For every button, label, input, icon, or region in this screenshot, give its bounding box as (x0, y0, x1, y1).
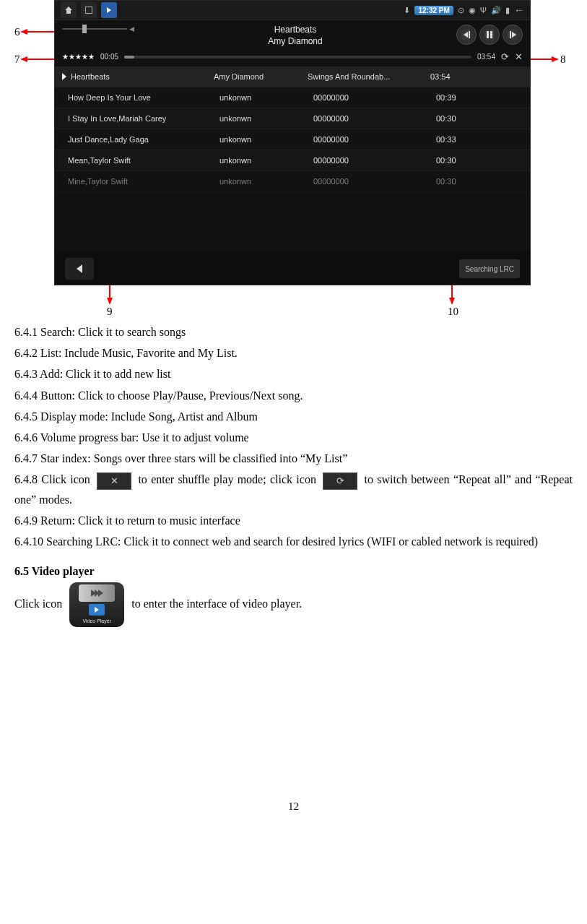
cell-album: 00000000 (313, 156, 436, 165)
cell-artist: unkonwn (219, 114, 313, 123)
svg-marker-3 (20, 56, 27, 62)
cell-artist: unkonwn (219, 93, 313, 102)
status-bar: ⬇ 12:32 PM ⊙ ◉ Ψ 🔊 ▮ ← (55, 1, 530, 20)
text: to enter the interface of video player. (131, 597, 302, 610)
svg-marker-7 (107, 298, 113, 305)
usb-icon: Ψ (480, 6, 487, 14)
cell-title: Heartbeats (71, 72, 110, 81)
cell-album: 00000000 (313, 177, 436, 186)
download-icon: ⬇ (404, 6, 410, 15)
anno-8: 8 (560, 53, 566, 66)
table-row[interactable]: Just Dance,Lady Gaga unkonwn 00000000 00… (55, 129, 530, 150)
prev-button[interactable] (456, 25, 477, 45)
svg-marker-1 (20, 29, 27, 35)
doc-line: 6.4.2 List: Include Music, Favorite and … (14, 343, 573, 363)
doc-line: 6.4.1 Search: Click it to search songs (14, 322, 573, 342)
svg-marker-5 (552, 56, 559, 62)
return-button[interactable] (65, 258, 94, 280)
shuffle-inline-icon: ✕ (97, 472, 131, 490)
now-playing-artist: Amy Diamond (142, 36, 449, 48)
table-row[interactable]: Heartbeats Amy Diamond Swings And Rounda… (55, 66, 530, 87)
volume-slider[interactable]: ◀ (62, 26, 134, 32)
doc-line: 6.4.8 Click icon ✕ to enter shuffle play… (14, 470, 573, 509)
cell-duration: 00:30 (436, 114, 523, 123)
doc-line: 6.4.10 Searching LRC: Click it to connec… (14, 532, 573, 551)
doc-line: 6.4.6 Volume progress bar: Use it to adj… (14, 428, 573, 447)
cell-album: Swings And Roundab... (308, 72, 430, 81)
home-icon[interactable] (61, 2, 77, 18)
pause-button[interactable] (479, 25, 500, 45)
text: 6.4.8 Click icon (14, 473, 94, 485)
play-status-icon[interactable] (101, 2, 117, 18)
next-button[interactable] (503, 25, 523, 45)
video-player-icon: Video Player (69, 582, 124, 627)
table-row[interactable]: Mean,Taylor Swift unkonwn 00000000 00:30 (55, 150, 530, 171)
cell-album: 00000000 (313, 114, 436, 123)
playing-indicator-icon (62, 73, 66, 80)
music-player-screenshot: ⬇ 12:32 PM ⊙ ◉ Ψ 🔊 ▮ ← ◀ Heartbeats Amy … (54, 0, 531, 285)
cell-title: Mine,Taylor Swift (68, 177, 128, 186)
camera-icon[interactable]: ◉ (469, 6, 476, 15)
doc-line: 6.4.4 Button: Click to choose Play/Pause… (14, 386, 573, 405)
alarm-icon: ⊙ (458, 6, 464, 15)
repeat-icon[interactable]: ⟳ (501, 51, 509, 62)
cell-artist: unkonwn (219, 156, 313, 165)
cell-duration: 00:30 (436, 156, 523, 165)
speaker-icon[interactable]: 🔊 (491, 6, 501, 15)
anno-10: 10 (448, 306, 458, 318)
cell-duration: 00:30 (436, 177, 523, 186)
cell-artist: Amy Diamond (214, 72, 308, 81)
back-icon[interactable]: ← (514, 4, 524, 16)
text: to enter shuffle play mode; click icon (138, 473, 320, 485)
cell-artist: unkonwn (219, 135, 313, 144)
time-elapsed: 00:05 (100, 53, 118, 61)
doc-body: 6.4.1 Search: Click it to search songs 6… (14, 322, 573, 627)
doc-line: Click icon Video Player to enter the int… (14, 582, 573, 627)
time-total: 03:54 (477, 53, 495, 61)
shuffle-icon[interactable]: ✕ (515, 51, 523, 62)
table-row[interactable]: How Deep Is Your Love unkonwn 00000000 0… (55, 87, 530, 108)
text: Click icon (14, 597, 65, 610)
star-rating[interactable]: ★★★★★ (62, 53, 95, 61)
search-lrc-button[interactable]: Searching LRC (459, 259, 520, 278)
cell-duration: 00:33 (436, 135, 523, 144)
status-time: 12:32 PM (414, 6, 453, 15)
cell-title: Mean,Taylor Swift (68, 156, 131, 165)
battery-icon: ▮ (505, 6, 510, 15)
playlist: Heartbeats Amy Diamond Swings And Rounda… (55, 66, 530, 192)
page-number: 12 (14, 800, 573, 813)
doc-line: 6.4.7 Star index: Songs over three stars… (14, 449, 573, 468)
repeat-inline-icon: ⟳ (323, 472, 357, 490)
cell-title: Just Dance,Lady Gaga (68, 135, 149, 144)
table-row[interactable]: Mine,Taylor Swift unkonwn 00000000 00:30 (55, 171, 530, 192)
anno-7: 7 (14, 53, 20, 66)
doc-line: 6.4.3 Add: Click it to add new list (14, 364, 573, 384)
table-row[interactable]: I Stay In Love,Mariah Carey unkonwn 0000… (55, 108, 530, 129)
svg-marker-9 (449, 298, 455, 305)
back-arrow-icon (77, 264, 82, 273)
doc-line: 6.4.9 Return: Click it to return to musi… (14, 511, 573, 530)
video-icon-label: Video Player (82, 617, 111, 626)
cell-title: How Deep Is Your Love (68, 93, 151, 102)
recent-icon[interactable] (81, 2, 97, 18)
cell-album: 00000000 (313, 135, 436, 144)
heading-6-5: 6.5 Video player (14, 561, 573, 581)
cell-title: I Stay In Love,Mariah Carey (68, 114, 166, 123)
doc-line: 6.4.5 Display mode: Include Song, Artist… (14, 407, 573, 426)
cell-duration: 00:39 (436, 93, 523, 102)
anno-9: 9 (107, 306, 113, 318)
cell-album: 00000000 (313, 93, 436, 102)
now-playing-title: Heartbeats (142, 25, 449, 36)
progress-bar[interactable] (124, 56, 471, 59)
cell-artist: unkonwn (219, 177, 313, 186)
cell-duration: 03:54 (430, 72, 523, 81)
anno-6: 6 (14, 26, 20, 38)
